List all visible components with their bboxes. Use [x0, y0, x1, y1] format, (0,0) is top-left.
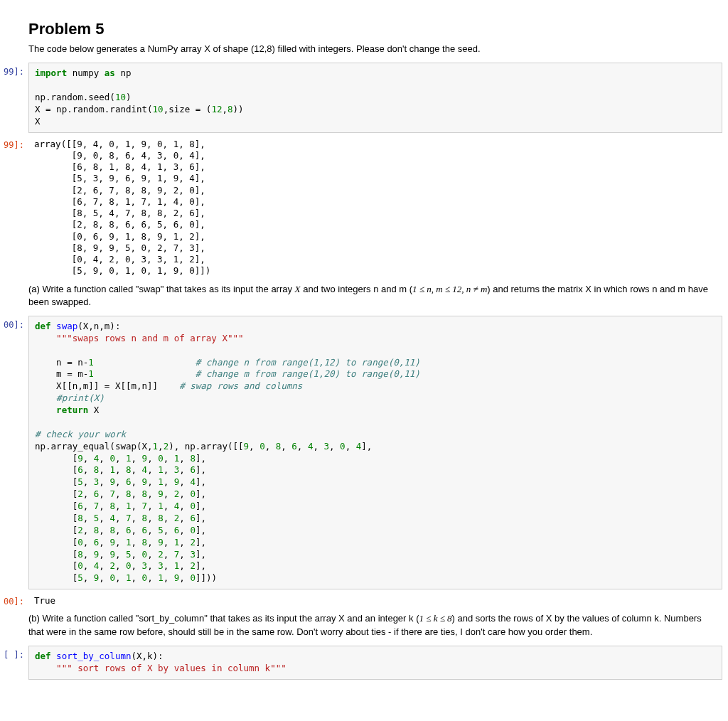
output-text-1: array([[9, 4, 0, 1, 9, 0, 1, 8], [9, 0, … — [28, 136, 722, 280]
code-cell-1: 99]: import numpy as np np.random.seed(1… — [0, 63, 728, 132]
problem-title: Problem 5 — [28, 20, 714, 38]
in-prompt-99: 99]: — [0, 63, 28, 132]
out-prompt-99: 99]: — [0, 136, 28, 280]
code-cell-2: 00]: def swap(X,n,m): """swaps rows n an… — [0, 316, 728, 589]
output-cell-2: 00]: True — [0, 592, 728, 609]
out-prompt-00: 00]: — [0, 592, 28, 609]
fn-sort-by-column: sort_by_column — [51, 651, 132, 661]
code-cell-3: [ ]: def sort_by_column(X,k): """ sort r… — [0, 646, 728, 680]
kw-def: def — [35, 651, 51, 661]
code-input-1[interactable]: import numpy as np np.random.seed(10) X … — [28, 63, 722, 132]
kw-as: as — [105, 68, 115, 78]
kw-import: import — [35, 68, 67, 78]
part-b-desc: (b) Write a function called "sort_by_col… — [28, 612, 714, 638]
in-prompt-00: 00]: — [0, 316, 28, 589]
problem-header: Problem 5 The code below generates a Num… — [28, 20, 728, 55]
in-prompt-blank: [ ]: — [0, 646, 28, 680]
code-input-3[interactable]: def sort_by_column(X,k): """ sort rows o… — [28, 646, 722, 680]
output-text-2: True — [28, 592, 722, 609]
code-input-2[interactable]: def swap(X,n,m): """swaps rows n and m o… — [28, 316, 722, 589]
part-a-desc: (a) Write a function called "swap" that … — [28, 283, 714, 309]
part-b-text: (b) Write a function called "sort_by_col… — [28, 612, 728, 638]
notebook-page: Problem 5 The code below generates a Num… — [0, 0, 728, 697]
output-cell-1: 99]: array([[9, 4, 0, 1, 9, 0, 1, 8], [9… — [0, 136, 728, 280]
problem-intro: The code below generates a NumPy array X… — [28, 43, 714, 55]
part-a-text: (a) Write a function called "swap" that … — [28, 283, 728, 309]
